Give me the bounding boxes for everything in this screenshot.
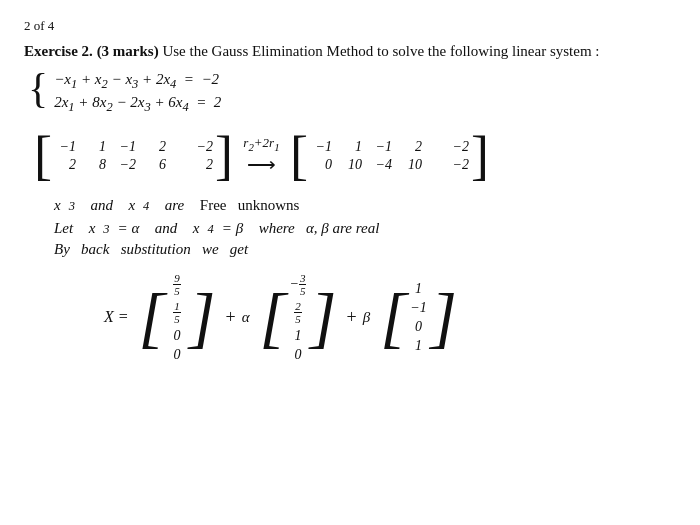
plus-alpha: + α [226,307,250,328]
matrix1-row1: −1 1 −1 2 −2 [54,139,213,155]
matrix2-wrap: [ −1 1 −1 2 −2 0 10 −4 10 −2 ] [290,129,489,183]
matrix2-bracket-right: ] [471,129,489,183]
plus2-symbol: + [346,307,356,328]
free-unknowns-line: x3 and x4 are Free unknowns [54,197,676,214]
vec2-data: −35 25 1 0 [288,272,308,363]
solution-vec2: [ −35 25 1 0 ] [260,272,337,363]
solution-vec3: [ 1 −1 0 1 ] [380,281,457,354]
exercise-label: Exercise 2. [24,43,93,59]
vec2-bracket-left: [ [260,287,286,348]
solution-row: X = [ 95 15 0 0 ] + α [ −35 25 1 0 ] + β… [104,272,676,363]
matrix-section: [ −1 1 −1 2 −2 2 8 −2 6 2 ] r2+2r1 [34,129,676,183]
matrix1-bracket-right: ] [215,129,233,183]
vec1-bracket-right: ] [189,287,215,348]
plus-beta: + β [346,307,370,328]
equation-1: −x1 + x2 − x3 + 2x4 = −2 [54,71,221,92]
vec3-bracket-right: ] [431,287,457,348]
free-unknowns-text: Free unknowns [200,197,300,214]
equations: −x1 + x2 − x3 + 2x4 = −2 2x1 + 8x2 − 2x3… [54,71,221,115]
intro-text: Use the Gauss Elimination Method to solv… [162,43,599,59]
alpha-symbol: α [242,309,250,326]
matrix1-wrap: [ −1 1 −1 2 −2 2 8 −2 6 2 ] [34,129,233,183]
row-op-arrow: r2+2r1 ⟶ [243,135,280,177]
vec3-data: 1 −1 0 1 [409,281,429,354]
matrix2-content: −1 1 −1 2 −2 0 10 −4 10 −2 [310,139,469,173]
page-number: 2 of 4 [24,18,676,34]
back-sub-line: By back substitution we get [54,241,676,258]
vec1-bracket-left: [ [139,287,165,348]
vec2-bracket-right: ] [310,287,336,348]
solution-vec1: [ 95 15 0 0 ] [139,272,216,363]
exercise-header: Exercise 2. (3 marks) Use the Gauss Elim… [24,40,676,63]
matrix2-row1: −1 1 −1 2 −2 [310,139,469,155]
system-container: { −x1 + x2 − x3 + 2x4 = −2 2x1 + 8x2 − 2… [28,71,676,115]
x-equals-label: X = [104,308,129,326]
system-brace: { [28,67,48,109]
matrix1-bracket-left: [ [34,129,52,183]
plus1-symbol: + [226,307,236,328]
equation-2: 2x1 + 8x2 − 2x3 + 6x4 = 2 [54,94,221,115]
vec3-bracket-left: [ [380,287,406,348]
vec1-data: 95 15 0 0 [167,272,187,363]
row-op-label: r2+2r1 [243,135,279,153]
matrix1-row2: 2 8 −2 6 2 [54,157,213,173]
let-line: Let x3 = α and x4 = β where α, β are rea… [54,220,676,237]
arrow-symbol: ⟶ [247,152,276,176]
marks: (3 marks) [97,43,159,59]
beta-symbol: β [363,309,370,326]
matrix2-bracket-left: [ [290,129,308,183]
matrix2-row2: 0 10 −4 10 −2 [310,157,469,173]
matrix1-content: −1 1 −1 2 −2 2 8 −2 6 2 [54,139,213,173]
